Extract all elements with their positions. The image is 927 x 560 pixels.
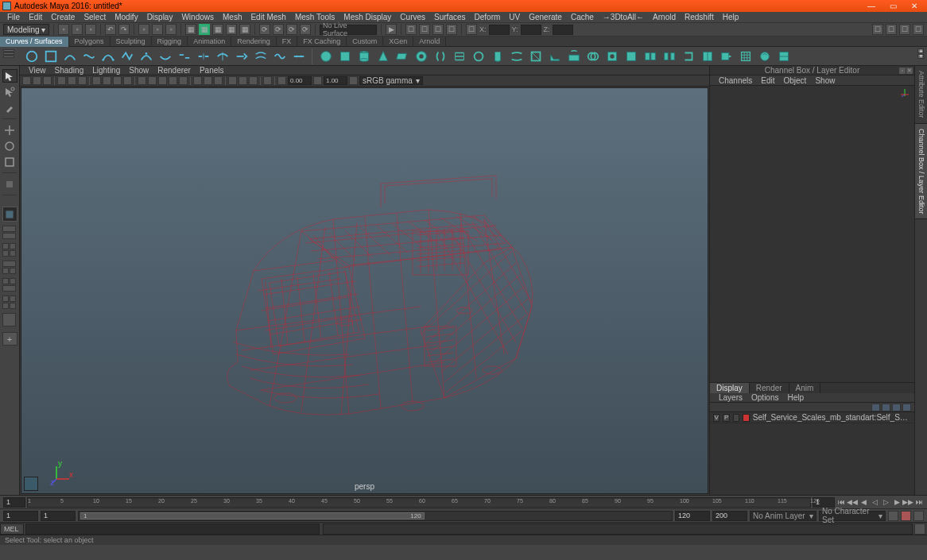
open-scene-button[interactable]: ▫ bbox=[72, 24, 83, 35]
vp-xray[interactable] bbox=[204, 76, 212, 85]
layer-playback-toggle[interactable]: P bbox=[723, 414, 729, 422]
vp-shadows[interactable] bbox=[179, 76, 188, 85]
layer-tab-display[interactable]: Display bbox=[710, 383, 750, 393]
view-cube-button[interactable] bbox=[2, 207, 17, 222]
layer-visibility-toggle[interactable]: V bbox=[713, 414, 719, 422]
vp-isolate[interactable] bbox=[193, 76, 202, 85]
maximize-button[interactable]: ▭ bbox=[882, 1, 903, 11]
bezier-curve-icon[interactable] bbox=[100, 48, 115, 64]
menu-editmesh[interactable]: Edit Mesh bbox=[246, 13, 289, 21]
outliner-button[interactable]: + bbox=[2, 332, 17, 346]
menu-create[interactable]: Create bbox=[47, 13, 79, 21]
new-scene-button[interactable]: ▫ bbox=[58, 24, 69, 35]
trim-icon[interactable] bbox=[604, 48, 619, 64]
vp-aa[interactable] bbox=[249, 76, 258, 85]
layer-menu-options[interactable]: Options bbox=[747, 393, 782, 402]
layer-tab-anim[interactable]: Anim bbox=[789, 383, 821, 393]
intersect-icon[interactable] bbox=[585, 48, 600, 64]
script-editor-button[interactable] bbox=[914, 523, 925, 535]
render-button[interactable]: ▶ bbox=[386, 24, 397, 35]
paint-select-tool[interactable] bbox=[2, 101, 17, 114]
shelf-tab-rigging[interactable]: Rigging bbox=[152, 37, 188, 47]
range-handle[interactable]: 1120 bbox=[80, 512, 425, 519]
vp-menu-shading[interactable]: Shading bbox=[51, 66, 88, 75]
anim-layer-dropdown[interactable]: No Anim Layer▾ bbox=[750, 511, 816, 521]
attach-surface-icon[interactable] bbox=[642, 48, 657, 64]
undo-button[interactable]: ↶ bbox=[105, 24, 116, 35]
range-min-field[interactable]: 1 bbox=[41, 511, 76, 521]
menu-file[interactable]: File bbox=[3, 13, 24, 21]
shelf-tab-fxcaching[interactable]: FX Caching bbox=[297, 37, 347, 47]
cb-menu-edit[interactable]: Edit bbox=[757, 76, 778, 85]
menu-dtoall[interactable]: →3DtoAll← bbox=[599, 13, 648, 21]
nurbs-sphere-icon[interactable] bbox=[318, 48, 333, 64]
cb-menu-object[interactable]: Object bbox=[780, 76, 811, 85]
vp-resolution-gate[interactable] bbox=[113, 76, 122, 85]
nurbs-cube-icon[interactable] bbox=[337, 48, 352, 64]
layout-persp[interactable] bbox=[2, 313, 17, 326]
menu-modify[interactable]: Modify bbox=[111, 13, 142, 21]
lasso-mode-button[interactable]: ▫ bbox=[152, 24, 163, 35]
two-point-arc-icon[interactable] bbox=[157, 48, 173, 64]
menu-meshdisplay[interactable]: Mesh Display bbox=[339, 13, 395, 21]
bevel-icon[interactable] bbox=[547, 48, 562, 64]
save-scene-button[interactable]: ▫ bbox=[85, 24, 96, 35]
menu-select[interactable]: Select bbox=[80, 13, 110, 21]
menu-uv[interactable]: UV bbox=[505, 13, 524, 21]
panel-toggle-2[interactable]: ☐ bbox=[886, 24, 897, 35]
shelf-tab-sculpting[interactable]: Sculpting bbox=[111, 37, 152, 47]
redo-button[interactable]: ↷ bbox=[118, 24, 130, 35]
close-button[interactable]: ✕ bbox=[904, 1, 925, 11]
last-tool[interactable] bbox=[2, 177, 17, 191]
sculpt-surface-icon[interactable] bbox=[757, 48, 772, 64]
xray-button[interactable]: ☐ bbox=[466, 24, 477, 35]
layer-move-down-button[interactable] bbox=[882, 404, 890, 411]
vp-gamma-icon[interactable] bbox=[313, 76, 322, 85]
layer-move-up-button[interactable] bbox=[871, 404, 880, 411]
revolve-icon[interactable] bbox=[432, 48, 448, 64]
snap-curve-button[interactable]: ▦ bbox=[199, 24, 210, 35]
extrude-icon[interactable] bbox=[490, 48, 505, 64]
x-input[interactable] bbox=[489, 25, 510, 35]
vp-exposure-field[interactable]: 0.00 bbox=[288, 76, 312, 85]
history-button[interactable]: ⟳ bbox=[259, 24, 270, 35]
shelf-tab-curvessurfaces[interactable]: Curves / Surfaces bbox=[0, 37, 69, 47]
select-tool[interactable] bbox=[2, 69, 17, 83]
live-surface-display[interactable]: No Live Surface bbox=[320, 25, 377, 35]
layout-1-button[interactable]: ☐ bbox=[405, 24, 417, 35]
vp-menu-view[interactable]: View bbox=[25, 66, 50, 75]
auto-key-button[interactable] bbox=[888, 511, 898, 521]
layout-three[interactable] bbox=[2, 295, 17, 309]
time-track[interactable]: 1510152025303540455055606570758085909510… bbox=[27, 497, 811, 508]
panel-close-button[interactable]: ✕ bbox=[906, 68, 913, 74]
layout-two-stack[interactable] bbox=[2, 278, 17, 292]
shelf-tab-rendering[interactable]: Rendering bbox=[231, 37, 277, 47]
move-tool[interactable] bbox=[2, 123, 17, 137]
menu-edit[interactable]: Edit bbox=[25, 13, 46, 21]
menu-deform[interactable]: Deform bbox=[471, 13, 505, 21]
history-off-button[interactable]: ⟳ bbox=[273, 24, 284, 35]
menu-cache[interactable]: Cache bbox=[567, 13, 598, 21]
insert-knot-icon[interactable] bbox=[215, 48, 230, 64]
detach-curve-icon[interactable] bbox=[196, 48, 211, 64]
y-input[interactable] bbox=[521, 25, 541, 35]
vp-gamma-field[interactable]: 1.00 bbox=[324, 76, 347, 85]
cb-menu-show[interactable]: Show bbox=[811, 76, 839, 85]
step-forward-key-button[interactable]: ▶▶ bbox=[903, 497, 913, 507]
nurbs-cylinder-icon[interactable] bbox=[356, 48, 371, 64]
layer-new-empty-button[interactable] bbox=[892, 404, 901, 411]
attach-curve-icon[interactable] bbox=[176, 48, 192, 64]
layer-row[interactable]: V P Self_Service_Scales_mb_standart:Self… bbox=[710, 412, 914, 423]
add-points-icon[interactable] bbox=[291, 48, 306, 64]
step-forward-button[interactable]: ▶ bbox=[892, 497, 902, 507]
select-mode-button[interactable]: ▫ bbox=[138, 24, 149, 35]
shelf-scroll[interactable]: ▲▼ bbox=[917, 48, 924, 59]
rebuild-curve-icon[interactable] bbox=[272, 48, 287, 64]
play-back-button[interactable]: ◁ bbox=[870, 497, 879, 507]
play-forward-button[interactable]: ▷ bbox=[881, 497, 890, 507]
extend-surface-icon[interactable] bbox=[719, 48, 734, 64]
vp-menu-panels[interactable]: Panels bbox=[196, 66, 228, 75]
vp-bookmarks[interactable] bbox=[43, 76, 52, 85]
command-input[interactable] bbox=[25, 523, 320, 535]
shelf-tab-animation[interactable]: Animation bbox=[188, 37, 231, 47]
